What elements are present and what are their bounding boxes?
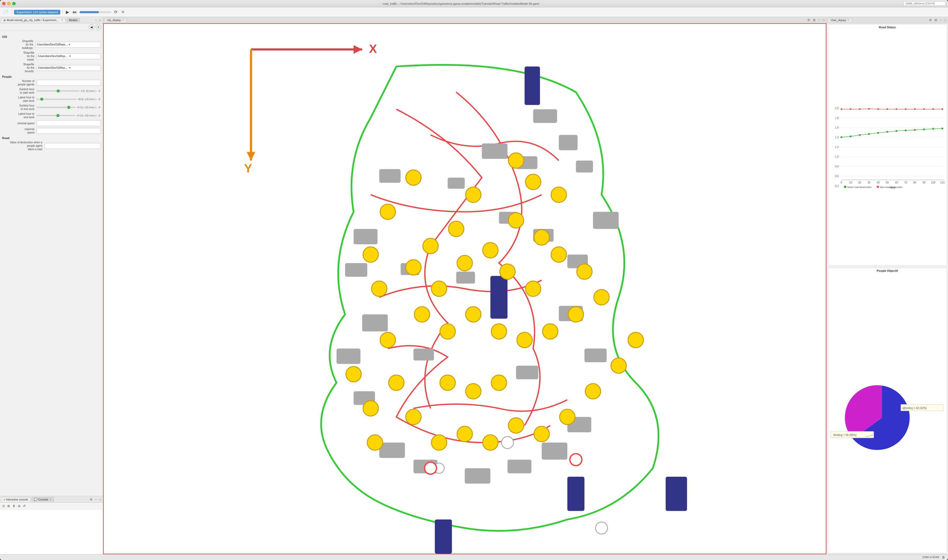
console-tab[interactable]: 💬 Console ✕ <box>31 497 54 502</box>
svg-rect-30 <box>448 178 465 189</box>
people-objectif-chart-section: People Objectif Resting = 58 (58%) Worki… <box>828 268 947 553</box>
console-clear-button[interactable]: ↺ <box>22 503 26 508</box>
view-minimize-icon[interactable]: − <box>817 18 821 22</box>
maximize-button[interactable] <box>12 2 15 5</box>
max-speed-input[interactable]: 1.3888888888888888 <box>37 128 101 134</box>
earliest-end-refresh-icon[interactable]: ↺ <box>98 106 101 109</box>
road-status-chart-title: Road Status <box>828 25 946 29</box>
svg-point-39 <box>525 174 541 189</box>
min-speed-input[interactable]: 0.277777777777778 <box>37 120 101 126</box>
latest-end-slider-container: 20 [16..23] every 1 ↺ <box>37 114 101 117</box>
latest-start-value: 08 [8..12] every 1 <box>78 98 97 100</box>
svg-point-131 <box>933 108 934 110</box>
svg-point-81 <box>368 435 383 450</box>
chart-settings-icon[interactable]: ⚙ <box>928 18 933 22</box>
destruction-row: Value of destruction when a people agent… <box>2 141 101 151</box>
svg-rect-24 <box>585 348 607 362</box>
svg-text:0.4: 0.4 <box>835 185 839 188</box>
view-maximize-icon[interactable]: □ <box>822 18 825 22</box>
svg-text:1.2: 1.2 <box>835 146 839 149</box>
chevron-down-icon: ▼ <box>68 43 100 46</box>
reload-button[interactable]: ⟳ <box>113 9 119 15</box>
svg-point-55 <box>440 324 455 339</box>
svg-point-85 <box>502 437 513 448</box>
destruction-input[interactable]: 0.02 <box>45 143 101 149</box>
latest-start-slider[interactable] <box>37 98 77 100</box>
svg-rect-137 <box>877 132 879 134</box>
latest-start-refresh-icon[interactable]: ↺ <box>98 98 101 101</box>
progress-bar-fill <box>80 11 98 13</box>
minimize-panel-button[interactable]: − <box>94 18 98 22</box>
shapefile-buildings-dropdown[interactable]: /Users/ben/Dev/GitReposi.../c/includes/b… <box>35 42 101 48</box>
chart-maximize-icon[interactable]: □ <box>943 18 947 22</box>
console-maximize-icon[interactable]: □ <box>98 497 102 502</box>
earliest-start-refresh-icon[interactable]: ↺ <box>98 90 101 92</box>
view-grid-icon[interactable]: ⊞ <box>812 18 816 22</box>
editor-icon-button[interactable]: 📄 <box>2 9 9 15</box>
panel-icons: − □ <box>94 18 102 22</box>
forward-nav-button[interactable]: + <box>95 24 101 30</box>
svg-point-47 <box>551 247 566 262</box>
map-svg: X Y <box>104 24 826 554</box>
shapefile-bounds-dropdown[interactable]: /Users/ben/Dev/GitRepos.../c/includes/bo… <box>37 65 101 71</box>
svg-text:30: 30 <box>867 181 871 184</box>
tab-models[interactable]: Models <box>67 18 80 22</box>
console-settings-icon[interactable]: ⚙ <box>89 497 93 502</box>
svg-point-126 <box>886 108 888 110</box>
back-nav-button[interactable]: ◀ <box>89 24 94 30</box>
earliest-start-row: Earliest hourto start work 6 [2..8] ever… <box>2 88 101 94</box>
stop-button[interactable]: ✕ <box>120 9 126 15</box>
svg-point-84 <box>491 375 506 390</box>
right-panel: chart_display ✕ ⚙ ⊞ − □ Road Status <box>826 17 948 554</box>
svg-point-60 <box>449 221 464 237</box>
tab-model-tutorial[interactable]: ⊞ Model tutorial_gis_city_traffic / Expe… <box>1 18 66 22</box>
svg-rect-22 <box>542 443 567 460</box>
svg-point-78 <box>628 332 643 348</box>
pie-chart-svg: Resting = 58 (58%) Working = 42 (42%) <box>828 273 946 553</box>
latest-start-label: Latest hour tostart work <box>2 96 37 103</box>
svg-point-73 <box>508 418 524 433</box>
window-title: road_traffic – /Users/ben/Dev/GitReposit… <box>18 2 903 5</box>
chart-minimize-icon[interactable]: − <box>939 18 942 22</box>
latest-end-refresh-icon[interactable]: ↺ <box>98 114 101 117</box>
step-button[interactable]: ⏭ <box>72 9 78 15</box>
svg-rect-8 <box>533 109 557 123</box>
chart-view-icons: ⚙ ⊞ − □ <box>928 18 947 22</box>
earliest-start-slider[interactable] <box>37 91 80 91</box>
play-button[interactable]: ▶ <box>65 9 70 15</box>
view-settings-icon[interactable]: ⚙ <box>806 18 811 22</box>
svg-point-132 <box>942 108 943 110</box>
tab-city-display[interactable]: city_display ✕ <box>104 18 127 22</box>
svg-text:20: 20 <box>858 181 862 184</box>
svg-point-86 <box>596 522 608 534</box>
svg-text:Max road destruction: Max road destruction <box>880 186 902 189</box>
console-run-alt-button[interactable]: ⊕ <box>7 503 11 508</box>
close-button[interactable] <box>2 2 6 5</box>
chart-grid-icon[interactable]: ⊞ <box>934 18 938 22</box>
console-content <box>0 509 103 554</box>
console-run-button[interactable]: ⊙ <box>2 503 6 508</box>
center-panel: city_display ✕ ⚙ ⊞ − □ X <box>103 17 826 554</box>
earliest-end-slider[interactable] <box>37 107 75 108</box>
view-icons: ⚙ ⊞ − □ <box>806 18 825 22</box>
svg-rect-142 <box>923 129 925 130</box>
search-input[interactable] <box>903 2 946 6</box>
console-pause-button[interactable]: ⏸ <box>12 503 16 508</box>
svg-text:Y: Y <box>244 162 252 175</box>
tab-chart-display[interactable]: chart_display ✕ <box>828 18 852 22</box>
maximize-panel-button[interactable]: □ <box>98 18 102 22</box>
svg-text:2.0: 2.0 <box>835 107 839 110</box>
shapefile-roads-dropdown[interactable]: /Users/ben/Dev/GitRepos...affic/includes… <box>37 54 101 59</box>
svg-point-65 <box>363 247 378 262</box>
trash-icon[interactable]: 🗑 <box>941 555 946 560</box>
nb-agents-input[interactable]: 100 <box>37 80 101 86</box>
interactive-console-tab[interactable]: ● Interactive console <box>1 497 31 502</box>
console-minimize-icon[interactable]: − <box>94 497 98 502</box>
minimize-button[interactable] <box>7 2 11 5</box>
latest-end-value: 20 [16..23] every 1 <box>77 114 97 117</box>
console-stop-button[interactable]: ⊘ <box>17 503 21 508</box>
svg-point-80 <box>346 366 361 382</box>
svg-rect-36 <box>435 520 452 554</box>
latest-end-slider[interactable] <box>37 115 75 116</box>
chart-tab-bar: chart_display ✕ ⚙ ⊞ − □ <box>826 17 948 23</box>
